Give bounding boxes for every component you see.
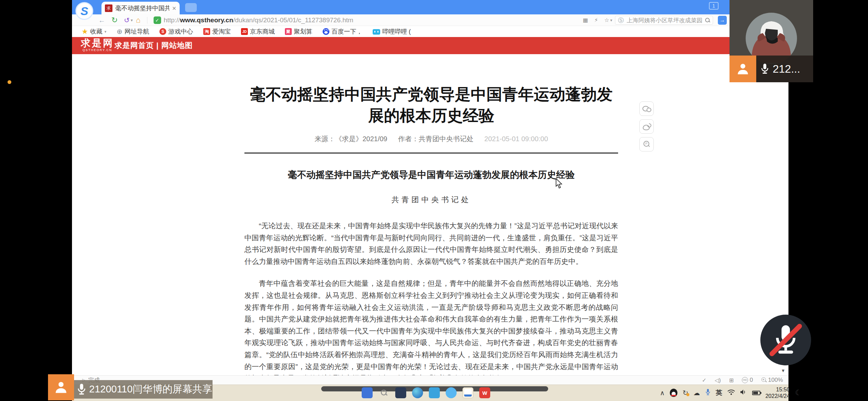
mic-icon bbox=[77, 383, 86, 396]
flash-icon[interactable]: ⚡ bbox=[594, 15, 598, 25]
tray-chevron-up-icon[interactable]: ∧ bbox=[660, 389, 665, 397]
tray-clock[interactable]: 15:50 2022/4/24 bbox=[765, 386, 790, 399]
article: 毫不动摇坚持中国共产党领导是中国青年运动蓬勃发展的根本历史经验 来源：《求是》2… bbox=[244, 84, 618, 385]
article-author: 作者：共青团中央书记处 bbox=[398, 135, 473, 143]
annotation-dot bbox=[8, 80, 11, 84]
browser-tab[interactable]: 求 毫不动摇坚持中国共产... × bbox=[101, 2, 180, 14]
sogou-browser-logo[interactable]: S bbox=[75, 2, 93, 20]
weibo-icon bbox=[643, 123, 650, 130]
tray-speaker-icon[interactable] bbox=[740, 389, 747, 397]
microphone-mute-button[interactable] bbox=[760, 315, 811, 365]
tab-title: 毫不动摇坚持中国共产... bbox=[115, 4, 169, 12]
tray-night-mode-icon[interactable]: ☾ bbox=[795, 388, 802, 397]
tray-time: 15:50 bbox=[765, 386, 790, 393]
bookmark-game-center[interactable]: S游戏中心 bbox=[159, 27, 193, 36]
search-magnifier-icon[interactable] bbox=[705, 18, 710, 23]
bookmark-taobao[interactable]: 淘爱淘宝 bbox=[203, 27, 231, 36]
status-right-cluster: ✓ ◁) ⊞ HD 0 100% bbox=[702, 377, 783, 384]
favorite-star-icon[interactable]: ☆ bbox=[604, 15, 609, 25]
share-search-button[interactable] bbox=[639, 137, 654, 151]
meeting-screen-share-view: 求 毫不动摇坚持中国共产... × 1 S ← ↻ ↺ ▾ ⌂ ✓ http:/… bbox=[0, 0, 868, 401]
bookmark-juhuasuan[interactable]: 聚聚划算 bbox=[285, 27, 312, 36]
article-source: 来源：《求是》2021/09 bbox=[314, 135, 387, 143]
wechat-icon bbox=[642, 106, 651, 111]
bookmark-baidu[interactable]: 百度一下， bbox=[323, 27, 362, 36]
globe-icon: ⊕ bbox=[117, 27, 122, 36]
search-box[interactable]: Ⓢ 上海阿姨将小区草坪改成菜园 bbox=[615, 16, 713, 25]
tab-close-icon[interactable]: × bbox=[172, 5, 176, 12]
person-icon bbox=[53, 380, 69, 395]
back-icon[interactable]: ← bbox=[98, 15, 105, 25]
toolbar-right-cluster: ▦ ⚡ ☆ ▾ Ⓢ 上海阿姨将小区草坪改成菜园 → bbox=[580, 14, 727, 26]
browser-window: 求 毫不动摇坚持中国共产... × 1 S ← ↻ ↺ ▾ ⌂ ✓ http:/… bbox=[72, 0, 788, 385]
taskbar-app-qq[interactable] bbox=[446, 387, 457, 398]
tray-qq-icon[interactable] bbox=[670, 389, 677, 397]
taskbar-app-store[interactable] bbox=[429, 387, 440, 398]
tray-wifi-icon[interactable] bbox=[727, 389, 735, 397]
bookmark-nav-site[interactable]: ⊕网址导航 bbox=[117, 27, 149, 36]
article-share-column bbox=[639, 101, 654, 151]
person-icon bbox=[736, 62, 750, 76]
participant-info-row: 212... bbox=[730, 56, 813, 82]
article-paragraph: “无论过去、现在还是未来，中国青年始终是实现中华民族伟大复兴的先锋力量！”这是习… bbox=[244, 220, 618, 267]
tray-ime-indicator[interactable]: 英 bbox=[716, 388, 722, 397]
mouse-cursor bbox=[555, 179, 564, 189]
site-nav-links[interactable]: 求是网首页 | 网站地图 bbox=[114, 37, 193, 54]
participant-role-badge bbox=[730, 56, 756, 82]
article-byline: 共青团中央书记处 bbox=[244, 195, 618, 205]
tray-sync-icon[interactable]: ↻ bbox=[683, 389, 688, 397]
chevron-down-icon: ▾ bbox=[105, 29, 107, 34]
status-speaker-icon[interactable]: ◁) bbox=[715, 377, 721, 384]
taskbar-app-wps[interactable]: W bbox=[479, 387, 490, 398]
address-bar[interactable]: http://www.qstheory.cn/dukan/qs/2021-05/… bbox=[164, 16, 353, 24]
undo-icon[interactable]: ↺ bbox=[124, 15, 130, 25]
bookmark-bilibili[interactable]: 哔哩哔哩 ( bbox=[373, 27, 411, 36]
taobao-icon: 淘 bbox=[203, 28, 210, 35]
taskbar-app-files[interactable] bbox=[362, 387, 373, 398]
juhuasuan-icon: 聚 bbox=[285, 28, 292, 35]
bookmarks-bar: ★收藏▾ ⊕网址导航 S游戏中心 淘爱淘宝 JD京东商城 聚聚划算 百度一下， … bbox=[72, 26, 788, 37]
participant-video-thumbnail[interactable]: 212... bbox=[730, 0, 813, 82]
browser-tab-bar: 求 毫不动摇坚持中国共产... × 1 bbox=[72, 0, 788, 14]
taskbar-app-meeting-active[interactable] bbox=[462, 387, 473, 398]
magnifier-p-icon bbox=[643, 141, 650, 148]
jd-icon: JD bbox=[241, 28, 248, 35]
reload-icon[interactable]: ↻ bbox=[111, 15, 118, 25]
taskbar-app-edge[interactable] bbox=[412, 387, 423, 398]
qstheory-logo[interactable]: 求是网 QSTHEORY.CN bbox=[81, 38, 114, 52]
tray-battery-icon[interactable] bbox=[752, 391, 760, 395]
tab-list-icon[interactable]: 1 bbox=[709, 2, 719, 10]
article-meta: 来源：《求是》2021/09 作者：共青团中央书记处 2021-05-01 09… bbox=[244, 134, 618, 144]
statusbar-collapse-icon[interactable]: ▼ bbox=[781, 368, 785, 373]
share-wechat-button[interactable] bbox=[639, 101, 654, 116]
article-divider bbox=[244, 153, 618, 154]
tray-cloud-icon[interactable]: ☁ bbox=[694, 389, 700, 397]
sogou-search-icon: Ⓢ bbox=[618, 16, 624, 24]
home-icon[interactable]: ⌂ bbox=[136, 15, 140, 25]
zoom-in-icon bbox=[761, 377, 767, 383]
site-security-shield-icon[interactable]: ✓ bbox=[154, 16, 161, 24]
taskbar-app-dark[interactable] bbox=[395, 387, 406, 398]
article-title: 毫不动摇坚持中国共产党领导是中国青年运动蓬勃发展的根本历史经验 bbox=[244, 84, 618, 126]
star-icon: ★ bbox=[82, 27, 88, 36]
share-weibo-button[interactable] bbox=[639, 119, 654, 134]
sharer-role-badge bbox=[48, 374, 74, 400]
star-dropdown-icon[interactable]: ▾ bbox=[610, 18, 612, 23]
status-zoom[interactable]: 100% bbox=[761, 377, 783, 384]
taskbar-search-icon[interactable] bbox=[378, 387, 389, 398]
qrcode-icon[interactable]: ▦ bbox=[583, 15, 588, 25]
bookmark-jd[interactable]: JD京东商城 bbox=[241, 27, 275, 36]
participant-name-bar: 212... bbox=[756, 56, 813, 82]
tray-mic-icon[interactable] bbox=[705, 388, 711, 398]
status-case-icon[interactable]: ⊞ bbox=[729, 377, 734, 384]
new-tab-button[interactable] bbox=[185, 3, 197, 12]
screen-share-status-bar: 21200110闫华博的屏幕共享 bbox=[74, 380, 213, 399]
sogou-game-icon: S bbox=[159, 28, 166, 35]
hot-search-text[interactable]: 上海阿姨将小区草坪改成菜园 bbox=[627, 16, 702, 24]
participant-name: 212... bbox=[773, 63, 800, 75]
taskbar-system-tray: ∧ ↻ ☁ 英 15:50 2022/4/24 ☾ bbox=[660, 386, 802, 400]
login-icon[interactable]: → bbox=[718, 16, 727, 25]
bookmark-favorites[interactable]: ★收藏▾ bbox=[82, 27, 106, 36]
undo-dropdown-icon[interactable]: ▾ bbox=[131, 18, 133, 23]
status-shield-icon[interactable]: ✓ bbox=[702, 377, 707, 384]
